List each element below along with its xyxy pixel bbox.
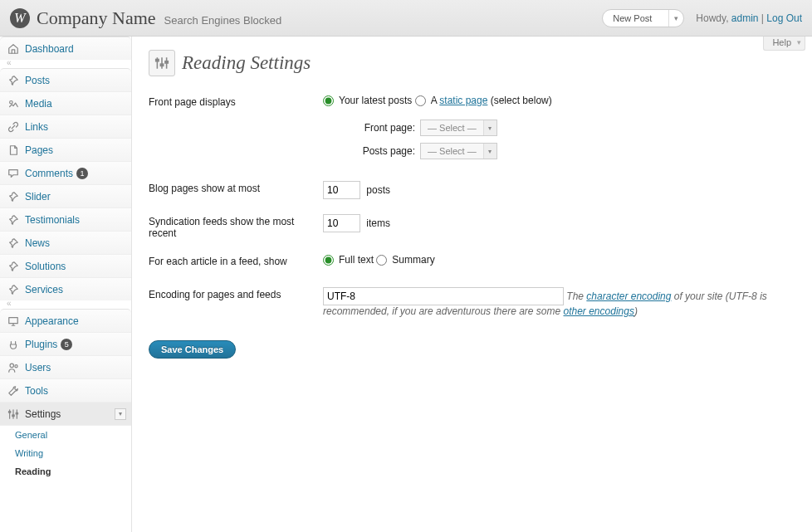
count-badge: 5 xyxy=(61,339,72,350)
admin-sidebar: DashboardPostsMediaLinksPagesComments1Sl… xyxy=(0,37,132,532)
sidebar-item-label: Media xyxy=(25,98,52,110)
page-title: Reading Settings xyxy=(149,46,795,88)
sliders-icon xyxy=(149,50,175,76)
other-encodings-link[interactable]: other encodings xyxy=(564,305,634,317)
radio-static-page[interactable]: A static page (select below) xyxy=(415,95,552,106)
sidebar-item-users[interactable]: Users xyxy=(0,355,131,378)
row-encoding-th: Encoding for pages and feeds xyxy=(149,281,323,325)
favorite-action-label: New Post xyxy=(603,10,668,27)
home-icon xyxy=(7,42,20,56)
chevron-down-icon[interactable]: ▾ xyxy=(115,408,126,420)
pin-icon xyxy=(7,237,20,250)
settings-icon xyxy=(7,408,20,421)
comment-icon xyxy=(7,167,20,180)
posts-suffix: posts xyxy=(366,184,390,196)
character-encoding-link[interactable]: character encoding xyxy=(586,290,671,302)
sidebar-subitem-writing[interactable]: Writing xyxy=(0,444,131,462)
pin-icon xyxy=(7,74,20,87)
logout-link[interactable]: Log Out xyxy=(766,12,802,24)
items-suffix: items xyxy=(366,217,390,229)
sidebar-item-label: News xyxy=(25,237,50,249)
svg-rect-13 xyxy=(160,64,163,66)
static-page-link[interactable]: static page xyxy=(439,95,487,106)
plugin-icon xyxy=(7,338,20,351)
radio-full-text-input[interactable] xyxy=(323,255,334,266)
sidebar-item-solutions[interactable]: Solutions xyxy=(0,254,131,277)
tools-icon xyxy=(7,384,20,398)
admin-header: W Company Name Search Engines Blocked Ne… xyxy=(0,0,812,37)
radio-static-page-label: A static page (select below) xyxy=(431,95,552,106)
radio-latest-posts-input[interactable] xyxy=(323,95,334,106)
radio-summary-input[interactable] xyxy=(376,255,387,266)
sidebar-item-label: Testimonials xyxy=(25,214,80,226)
pin-icon xyxy=(7,213,20,227)
svg-rect-5 xyxy=(8,411,10,412)
radio-full-text-label: Full text xyxy=(339,254,374,266)
chevron-down-icon: ▾ xyxy=(483,120,496,135)
sidebar-item-label: Solutions xyxy=(25,261,66,272)
wp-logo-icon: W xyxy=(10,8,30,28)
sidebar-item-links[interactable]: Links xyxy=(0,115,131,138)
radio-static-page-input[interactable] xyxy=(415,95,426,106)
svg-rect-15 xyxy=(165,61,168,63)
menu-separator xyxy=(0,300,131,309)
radio-full-text[interactable]: Full text xyxy=(323,254,374,266)
front-page-select[interactable]: — Select — ▾ xyxy=(420,120,497,136)
chevron-down-icon[interactable]: ▾ xyxy=(668,10,683,27)
users-icon xyxy=(7,361,20,374)
sidebar-item-plugins[interactable]: Plugins5 xyxy=(0,332,131,355)
sidebar-item-label: Comments xyxy=(25,168,73,179)
media-icon xyxy=(7,97,20,110)
blog-charset-input[interactable] xyxy=(323,287,564,305)
sidebar-subitem-general[interactable]: General xyxy=(0,426,131,444)
row-front-page-th: Front page displays xyxy=(149,88,323,174)
settings-form-table: Front page displays Your latest posts A … xyxy=(149,88,795,325)
howdy-text: Howdy, admin | Log Out xyxy=(696,12,802,24)
svg-rect-11 xyxy=(156,60,159,61)
front-page-select-label: Front page: xyxy=(341,122,420,134)
sidebar-item-slider[interactable]: Slider xyxy=(0,184,131,207)
row-blog-pages-th: Blog pages show at most xyxy=(149,174,323,207)
sidebar-item-label: Users xyxy=(25,362,51,373)
row-syndication-th: Syndication feeds show the most recent xyxy=(149,207,323,247)
pin-icon xyxy=(7,190,20,203)
svg-rect-1 xyxy=(9,317,18,323)
sidebar-item-appearance[interactable]: Appearance xyxy=(0,309,131,332)
radio-latest-posts-label: Your latest posts xyxy=(339,95,412,106)
sidebar-item-posts[interactable]: Posts xyxy=(0,68,131,91)
sidebar-item-news[interactable]: News xyxy=(0,231,131,254)
posts-page-select[interactable]: — Select — ▾ xyxy=(420,143,497,159)
sidebar-item-settings[interactable]: Settings▾ xyxy=(0,402,131,425)
chevron-down-icon: ▾ xyxy=(483,144,496,159)
pin-icon xyxy=(7,283,20,296)
link-icon xyxy=(7,120,20,134)
appearance-icon xyxy=(7,315,20,328)
sidebar-item-pages[interactable]: Pages xyxy=(0,138,131,161)
content-area: Help Reading Settings Front page display… xyxy=(132,37,812,532)
posts-per-page-input[interactable] xyxy=(323,181,360,199)
sidebar-item-label: Links xyxy=(25,121,48,133)
sidebar-item-testimonials[interactable]: Testimonials xyxy=(0,207,131,231)
sidebar-item-tools[interactable]: Tools xyxy=(0,378,131,402)
help-tab[interactable]: Help xyxy=(763,37,805,51)
sidebar-item-label: Services xyxy=(25,284,63,295)
site-title-link[interactable]: Company Name xyxy=(37,7,156,29)
current-user-link[interactable]: admin xyxy=(731,12,759,24)
sidebar-item-dashboard[interactable]: Dashboard xyxy=(0,37,131,60)
sidebar-item-comments[interactable]: Comments1 xyxy=(0,161,131,184)
radio-summary[interactable]: Summary xyxy=(376,254,434,266)
sidebar-item-label: Settings xyxy=(25,408,61,420)
sidebar-item-label: Pages xyxy=(25,144,53,156)
favorite-actions[interactable]: New Post ▾ xyxy=(602,9,684,27)
svg-point-3 xyxy=(15,364,17,367)
sidebar-item-media[interactable]: Media xyxy=(0,91,131,115)
sidebar-item-services[interactable]: Services xyxy=(0,277,131,300)
radio-latest-posts[interactable]: Your latest posts xyxy=(323,95,412,106)
sidebar-item-label: Posts xyxy=(25,75,50,86)
sidebar-item-label: Tools xyxy=(25,385,48,397)
posts-per-rss-input[interactable] xyxy=(323,214,360,232)
sidebar-item-label: Dashboard xyxy=(25,43,74,55)
site-title: Company Name Search Engines Blocked xyxy=(37,7,281,29)
sidebar-subitem-reading[interactable]: Reading xyxy=(0,462,131,481)
save-changes-button[interactable]: Save Changes xyxy=(149,340,236,359)
